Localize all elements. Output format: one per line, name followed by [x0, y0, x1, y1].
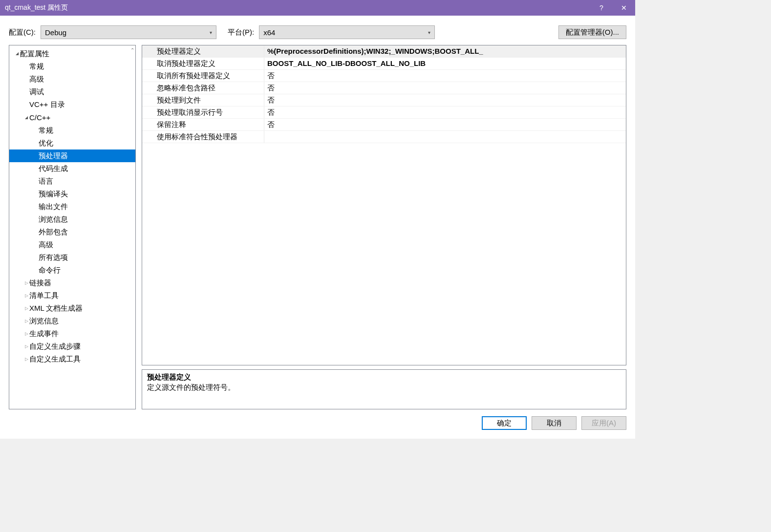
property-label: 取消预处理器定义 — [142, 58, 264, 69]
property-row[interactable]: 忽略标准包含路径否 — [142, 82, 626, 94]
config-label: 配置(C): — [9, 28, 36, 37]
property-value[interactable]: 否 — [264, 106, 626, 118]
tree-item[interactable]: 预处理器 — [9, 149, 135, 162]
tree-item-label: 外部包含 — [39, 227, 68, 237]
tree-item[interactable]: 配置属性 — [9, 47, 135, 60]
tree-item[interactable]: 所有选项 — [9, 251, 135, 264]
tree-item-label: 语言 — [39, 176, 53, 187]
tree-item[interactable]: 清单工具 — [9, 289, 135, 302]
tree-expand-closed-icon[interactable] — [23, 328, 29, 339]
tree-item[interactable]: C/C++ — [9, 111, 135, 124]
tree-expand-closed-icon[interactable] — [23, 277, 29, 288]
property-row[interactable]: 取消预处理器定义BOOST_ALL_NO_LIB-DBOOST_ALL_NO_L… — [142, 58, 626, 70]
tree-item-label: 自定义生成步骤 — [29, 341, 81, 352]
description-title: 预处理器定义 — [147, 373, 621, 382]
main-area: ⌃ 配置属性常规高级调试VC++ 目录C/C++常规优化预处理器代码生成语言预编… — [0, 45, 635, 409]
property-value[interactable]: 否 — [264, 82, 626, 94]
titlebar-buttons: ? ✕ — [590, 0, 635, 16]
tree-item-label: 调试 — [29, 86, 44, 97]
tree-item[interactable]: 常规 — [9, 124, 135, 137]
tree-expand-open-icon[interactable] — [14, 48, 20, 59]
tree-item-label: 清单工具 — [29, 290, 59, 301]
window-title: qt_cmak_test 属性页 — [5, 3, 590, 12]
tree-item-label: 高级 — [39, 239, 53, 250]
tree-item[interactable]: 高级 — [9, 73, 135, 85]
config-manager-button[interactable]: 配置管理器(O)... — [558, 25, 626, 39]
tree-item[interactable]: 优化 — [9, 137, 135, 149]
property-page-window: qt_cmak_test 属性页 ? ✕ 配置(C): Debug ▾ 平台(P… — [0, 0, 635, 439]
tree-item-label: VC++ 目录 — [29, 99, 65, 110]
tree-item-label: 配置属性 — [20, 48, 49, 59]
property-value[interactable]: 否 — [264, 119, 626, 130]
close-button[interactable]: ✕ — [613, 0, 635, 16]
tree-item-label: 浏览信息 — [39, 214, 68, 225]
description-text: 定义源文件的预处理符号。 — [147, 383, 621, 392]
property-value[interactable]: 否 — [264, 94, 626, 106]
tree-item[interactable]: 语言 — [9, 175, 135, 188]
tree-expand-closed-icon[interactable] — [23, 354, 29, 364]
property-label: 取消所有预处理器定义 — [142, 70, 264, 82]
tree-item[interactable]: XML 文档生成器 — [9, 302, 135, 315]
scroll-up-icon: ⌃ — [130, 47, 134, 53]
tree-expand-closed-icon[interactable] — [23, 290, 29, 301]
tree-item-label: 浏览信息 — [29, 316, 59, 326]
config-dropdown[interactable]: Debug ▾ — [41, 25, 216, 39]
help-button[interactable]: ? — [590, 0, 613, 16]
apply-button: 应用(A) — [581, 416, 626, 430]
property-value[interactable]: 否 — [264, 70, 626, 82]
tree-item-label: 命令行 — [39, 265, 61, 276]
tree-item[interactable]: 代码生成 — [9, 162, 135, 175]
tree-item[interactable]: 调试 — [9, 85, 135, 98]
property-row[interactable]: 预处理取消显示行号否 — [142, 106, 626, 119]
property-row[interactable]: 保留注释否 — [142, 119, 626, 131]
config-dropdown-value: Debug — [45, 28, 66, 37]
tree-item-label: 优化 — [39, 138, 53, 149]
platform-dropdown[interactable]: x64 ▾ — [259, 25, 435, 39]
property-label: 保留注释 — [142, 119, 264, 130]
property-row[interactable]: 预处理到文件否 — [142, 94, 626, 106]
tree-item-label: 代码生成 — [39, 163, 68, 174]
toolbar: 配置(C): Debug ▾ 平台(P): x64 ▾ 配置管理器(O)... — [0, 16, 635, 45]
tree-expand-closed-icon[interactable] — [23, 341, 29, 352]
tree-item[interactable]: 自定义生成工具 — [9, 353, 135, 365]
property-row[interactable]: 使用标准符合性预处理器 — [142, 131, 626, 143]
footer: 确定 取消 应用(A) — [0, 409, 635, 439]
property-value[interactable] — [264, 131, 626, 143]
tree-item[interactable]: 浏览信息 — [9, 213, 135, 226]
titlebar: qt_cmak_test 属性页 ? ✕ — [0, 0, 635, 16]
tree-item[interactable]: 链接器 — [9, 277, 135, 289]
tree-expand-open-icon[interactable] — [23, 112, 29, 123]
chevron-down-icon: ▾ — [210, 30, 212, 35]
property-label: 预处理到文件 — [142, 94, 264, 106]
tree-item[interactable]: 命令行 — [9, 264, 135, 277]
property-label: 忽略标准包含路径 — [142, 82, 264, 94]
tree-item-label: 常规 — [39, 125, 53, 136]
tree-item[interactable]: 输出文件 — [9, 200, 135, 213]
property-value[interactable]: BOOST_ALL_NO_LIB-DBOOST_ALL_NO_LIB — [264, 58, 626, 69]
platform-dropdown-value: x64 — [263, 28, 275, 37]
tree-item[interactable]: 生成事件 — [9, 327, 135, 340]
cancel-button[interactable]: 取消 — [532, 416, 577, 430]
tree-item-label: 输出文件 — [39, 201, 68, 212]
tree-item-label: C/C++ — [29, 112, 50, 123]
tree-expand-closed-icon[interactable] — [23, 316, 29, 326]
property-row[interactable]: 预处理器定义%(PreprocessorDefinitions);WIN32;_… — [142, 45, 626, 58]
tree-item[interactable]: 浏览信息 — [9, 315, 135, 327]
chevron-down-icon: ▾ — [428, 30, 430, 35]
tree-item-label: 预编译头 — [39, 189, 68, 199]
tree-expand-closed-icon[interactable] — [23, 303, 29, 314]
property-value[interactable]: %(PreprocessorDefinitions);WIN32;_WINDOW… — [264, 45, 626, 57]
property-label: 使用标准符合性预处理器 — [142, 131, 264, 143]
tree-item[interactable]: VC++ 目录 — [9, 98, 135, 111]
ok-button[interactable]: 确定 — [482, 416, 527, 430]
tree-item[interactable]: 常规 — [9, 60, 135, 73]
property-row[interactable]: 取消所有预处理器定义否 — [142, 70, 626, 82]
tree-item[interactable]: 外部包含 — [9, 226, 135, 238]
tree-panel[interactable]: ⌃ 配置属性常规高级调试VC++ 目录C/C++常规优化预处理器代码生成语言预编… — [9, 45, 136, 409]
tree-item[interactable]: 预编译头 — [9, 188, 135, 200]
properties-grid[interactable]: 预处理器定义%(PreprocessorDefinitions);WIN32;_… — [142, 45, 626, 365]
tree-item-label: 常规 — [29, 61, 44, 72]
tree-item[interactable]: 高级 — [9, 238, 135, 251]
tree-item[interactable]: 自定义生成步骤 — [9, 340, 135, 353]
tree-item-label: XML 文档生成器 — [29, 303, 83, 314]
